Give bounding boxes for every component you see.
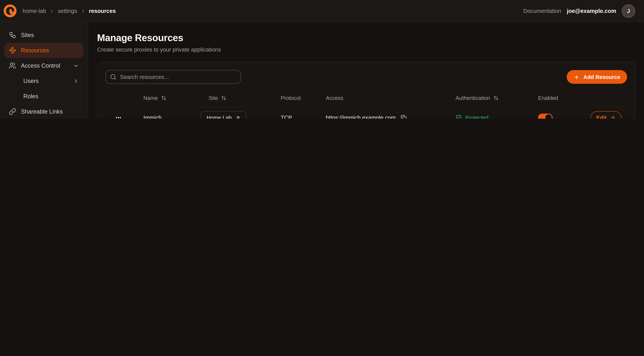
shield-check-icon: [456, 114, 462, 119]
enabled-toggle[interactable]: [538, 114, 552, 119]
search-input[interactable]: [106, 70, 241, 84]
pangolin-logo-icon[interactable]: [3, 4, 17, 18]
arrow-right-icon: [610, 115, 616, 119]
sidebar-item-roles[interactable]: Roles: [4, 88, 83, 104]
table-header-row: Name Site Protocol Access: [106, 90, 627, 107]
protocol-value: TCP: [274, 114, 318, 119]
sort-icon: [161, 96, 166, 101]
ellipsis-icon: [115, 114, 122, 119]
resources-card: Add Resource Name Site: [97, 62, 636, 119]
column-header-site[interactable]: Site: [200, 95, 274, 101]
column-header-authentication[interactable]: Authentication: [448, 95, 530, 101]
sidebar-item-shareable-links[interactable]: Shareable Links: [4, 104, 83, 119]
resource-name: Immich: [131, 114, 200, 119]
arrow-up-right-icon: [235, 115, 240, 119]
plus-icon: [574, 74, 580, 80]
column-header-protocol: Protocol: [274, 95, 318, 101]
breadcrumb: home-lab settings resources: [22, 8, 116, 14]
site-link-button[interactable]: Home Lab: [200, 111, 246, 119]
access-url: https://immich.example.com: [326, 114, 396, 119]
auth-protected-badge: Protected: [456, 114, 488, 119]
sort-icon: [493, 96, 498, 101]
link-icon: [9, 108, 16, 115]
table-body: Immich Home Lab TCP https://immich.examp…: [106, 107, 627, 119]
sidebar-item-resources[interactable]: Resources: [4, 43, 83, 58]
row-menu-button[interactable]: [114, 113, 123, 119]
sidebar-item-users[interactable]: Users: [4, 73, 83, 88]
search-box: [106, 70, 241, 84]
chevron-right-icon: [49, 8, 54, 14]
sidebar-item-label: Resources: [21, 47, 49, 54]
page-title: Manage Resources: [97, 32, 636, 44]
breadcrumb-current: resources: [89, 8, 116, 14]
sort-icon: [221, 96, 226, 101]
main-content: Manage Resources Create secure proxies t…: [88, 22, 644, 119]
chevron-down-icon: [73, 63, 79, 69]
documentation-link[interactable]: Documentation: [523, 8, 561, 14]
toolbar: Add Resource: [106, 70, 627, 84]
add-resource-label: Add Resource: [583, 74, 620, 80]
waypoints-icon: [9, 47, 16, 54]
sidebar-item-label: Access Control: [21, 62, 60, 69]
chevron-right-icon: [80, 8, 86, 14]
user-email[interactable]: joe@example.com: [567, 8, 616, 14]
column-header-enabled: Enabled: [530, 95, 584, 101]
add-resource-button[interactable]: Add Resource: [567, 70, 627, 84]
site-name: Home Lab: [206, 115, 232, 119]
avatar-initial: J: [627, 8, 630, 14]
sidebar-item-label: Sites: [21, 32, 34, 38]
breadcrumb-settings[interactable]: settings: [58, 8, 77, 14]
sidebar-item-label: Shareable Links: [21, 108, 63, 115]
edit-button[interactable]: Edit: [590, 111, 622, 119]
avatar[interactable]: J: [622, 4, 635, 18]
search-icon: [110, 74, 116, 80]
sidebar-item-label: Roles: [23, 93, 38, 100]
users-icon: [9, 62, 16, 69]
page-subtitle: Create secure proxies to your private ap…: [97, 46, 636, 53]
table-row: Immich Home Lab TCP https://immich.examp…: [106, 107, 627, 119]
chevron-right-icon: [73, 78, 79, 84]
column-header-access: Access: [318, 95, 448, 101]
resources-table: Name Site Protocol Access: [106, 90, 627, 119]
app-window: home-lab settings resources Documentatio…: [0, 0, 644, 119]
column-header-name[interactable]: Name: [131, 95, 200, 101]
breadcrumb-org[interactable]: home-lab: [22, 8, 46, 14]
copy-icon[interactable]: [400, 114, 408, 119]
sidebar-item-sites[interactable]: Sites: [4, 28, 83, 43]
sidebar-item-label: Users: [23, 78, 39, 84]
sidebar: Sites Resources Access Control Users Rol…: [0, 22, 88, 119]
sidebar-item-access-control[interactable]: Access Control: [4, 58, 83, 73]
top-bar: home-lab settings resources Documentatio…: [0, 0, 644, 22]
workflow-icon: [9, 32, 16, 39]
